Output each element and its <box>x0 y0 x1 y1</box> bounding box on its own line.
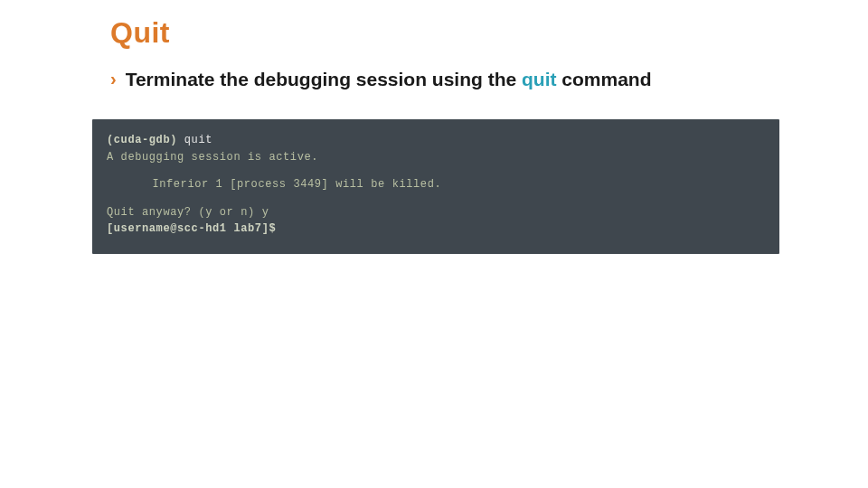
subtitle: Terminate the debugging session using th… <box>126 69 652 90</box>
blank-line <box>107 165 765 176</box>
gdb-command: quit <box>177 134 212 146</box>
subtitle-highlight: quit <box>522 69 556 89</box>
code-line: Inferior 1 [process 3449] will be killed… <box>107 176 765 193</box>
subtitle-pre: Terminate the debugging session using th… <box>126 69 522 89</box>
code-line: Quit anyway? (y or n) y <box>107 204 765 221</box>
subtitle-row: › Terminate the debugging session using … <box>110 69 652 90</box>
shell-prompt: [username@scc-hd1 lab7]$ <box>107 221 765 238</box>
terminal-output: (cuda-gdb) quit A debugging session is a… <box>92 119 779 254</box>
subtitle-post: command <box>556 69 651 89</box>
code-line: (cuda-gdb) quit <box>107 132 765 149</box>
page-title: Quit <box>110 16 170 50</box>
gdb-prompt: (cuda-gdb) <box>107 134 177 146</box>
code-line: A debugging session is active. <box>107 149 765 166</box>
chevron-right-icon: › <box>110 69 117 89</box>
blank-line <box>107 193 765 204</box>
slide: Quit › Terminate the debugging session u… <box>0 0 868 488</box>
